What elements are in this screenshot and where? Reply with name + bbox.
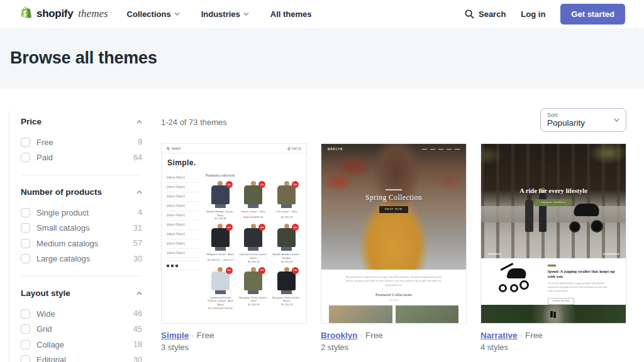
theme-link-narrative[interactable]: Narrative <box>480 331 518 340</box>
shopify-themes-logo[interactable]: shopifythemes <box>19 6 108 21</box>
nav-item[interactable]: All themes <box>270 9 312 19</box>
sidebar-divider <box>21 276 142 277</box>
filter-option[interactable]: Editorial 30 <box>21 353 142 362</box>
main-nav: Collections Industries All themes <box>127 9 312 19</box>
sale-badge: Sale <box>292 224 299 231</box>
brand-suffix: themes <box>78 8 108 20</box>
theme-styles-count: 4 styles <box>480 343 626 352</box>
filter-option[interactable]: Grid 45 <box>21 322 142 337</box>
mini-store-logo: Simple. <box>162 153 306 170</box>
sale-badge: Sale <box>258 181 265 188</box>
theme-link-simple[interactable]: Simple <box>161 331 189 340</box>
theme-thumbnail-narrative[interactable]: A ride for every lifestyle explore strol… <box>480 143 626 324</box>
theme-card-brooklyn: BRKLYN Spring Collection SHOP NOW Our pr… <box>321 143 467 352</box>
checkbox[interactable] <box>21 324 30 334</box>
mini-product: Sale Compound Denim Pullover Jacket - Ac… <box>206 266 235 310</box>
page-title: Browse all themes <box>10 48 157 68</box>
checkbox[interactable] <box>21 138 30 147</box>
chevron-down-icon <box>174 12 180 16</box>
filter-count: 9 <box>138 138 142 146</box>
nav-item[interactable]: Industries <box>201 9 249 19</box>
filter-count: 18 <box>133 340 142 349</box>
mini-menu-item: [object Object] <box>167 221 199 230</box>
search-icon <box>167 147 170 150</box>
search-button[interactable]: Search <box>465 9 506 19</box>
filter-option[interactable]: Free 9 <box>21 134 142 150</box>
header-actions: Search Log in Get started <box>465 4 625 25</box>
filter-group-header-products[interactable]: Number of products <box>21 181 142 205</box>
filter-group-header-layout[interactable]: Layout style <box>21 282 142 306</box>
sale-badge: Sale <box>292 267 299 274</box>
chevron-down-icon <box>243 12 249 16</box>
checkbox[interactable] <box>21 309 30 319</box>
shopify-bag-icon <box>19 6 33 21</box>
mini-product: Sale Storm Jacket - Olive $545.95$895.95 <box>239 180 269 220</box>
mini-footer-photo <box>481 305 626 323</box>
mini-accent-rule <box>548 265 556 266</box>
mini-feature-section: Speed: A jogging stroller that keeps up … <box>481 258 626 305</box>
mini-menu-item: [object Object] <box>167 202 199 211</box>
theme-thumbnail-simple[interactable]: Search Cart (1) Simple. <box>161 143 307 324</box>
mini-stroller <box>568 204 604 225</box>
filter-count: 57 <box>133 239 142 248</box>
checkbox[interactable] <box>21 223 30 233</box>
theme-card-narrative: A ride for every lifestyle explore strol… <box>480 143 626 352</box>
chevron-up-icon <box>136 190 142 194</box>
filter-option[interactable]: Paid 64 <box>21 150 142 166</box>
filter-count: 64 <box>133 153 142 162</box>
results-toolbar: 1-24 of 73 themes Sort Popularity <box>161 108 626 143</box>
sale-badge: Sale <box>226 224 233 231</box>
mini-kicker-rule <box>386 189 402 190</box>
cart-icon <box>287 147 291 150</box>
mini-feature-title: Speed: A jogging stroller that keeps up … <box>548 269 619 280</box>
mini-menu-item: [object Object] <box>167 173 199 183</box>
theme-card-simple: Search Cart (1) Simple. <box>161 143 307 352</box>
mini-menu-item: [object Object] <box>167 230 199 239</box>
mini-product: Sale Navigator Parka Jacket - Olive $1,2… <box>239 266 269 310</box>
mini-menu-item: [object Object] <box>167 183 199 192</box>
checkbox[interactable] <box>21 208 30 217</box>
sidebar-divider <box>21 175 142 175</box>
filter-option[interactable]: Medium catalogs 57 <box>21 236 142 251</box>
filter-option[interactable]: Single product 4 <box>21 205 142 221</box>
checkbox[interactable] <box>21 254 30 263</box>
mini-product-photo <box>481 258 547 305</box>
mini-photo-tile <box>329 305 392 324</box>
mini-menu-item: [object Object] <box>167 249 199 258</box>
filter-count: 45 <box>133 325 142 334</box>
theme-styles-count: 2 styles <box>321 343 467 352</box>
page-title-band: Browse all themes <box>0 28 644 89</box>
checkbox[interactable] <box>21 355 30 362</box>
sale-badge: Sale <box>226 181 233 188</box>
mini-feature-button: VIEW MORE <box>548 298 575 305</box>
theme-caption: Narrative·Free 4 styles <box>480 331 626 352</box>
mini-hero-photo: BRKLYN Spring Collection SHOP NOW <box>321 144 466 270</box>
filter-count: 31 <box>133 224 142 233</box>
nav-item[interactable]: Collections <box>127 9 180 19</box>
filter-option[interactable]: Collage 18 <box>21 337 142 353</box>
mini-photo-tile <box>396 305 459 324</box>
filter-group-header-price[interactable]: Price <box>21 111 142 134</box>
mini-hero-button: SHOP NOW <box>379 206 408 213</box>
mini-sidebar-menu: [object Object][object Object][object Ob… <box>167 170 199 310</box>
checkbox[interactable] <box>21 153 30 162</box>
mini-hero-photo: A ride for every lifestyle explore strol… <box>481 144 626 258</box>
mini-topbar: Search Cart (1) <box>162 144 306 153</box>
filter-option[interactable]: Small catalogs 31 <box>21 221 142 236</box>
chevron-up-icon <box>136 120 142 124</box>
filter-option[interactable]: Large catalogs 30 <box>21 251 142 267</box>
mini-product: Sale Operator Denim Jacket - Black $1,29… <box>239 223 269 263</box>
search-icon <box>465 9 474 19</box>
mini-product-grid: Sale Stealth Bomber Jacket - Navy $1,295… <box>206 180 301 310</box>
log-in-link[interactable]: Log in <box>521 9 545 19</box>
filter-count: 46 <box>133 309 142 318</box>
get-started-button[interactable]: Get started <box>560 4 625 25</box>
mini-hero-button: explore strollers <box>535 199 572 206</box>
theme-thumbnail-brooklyn[interactable]: BRKLYN Spring Collection SHOP NOW Our pr… <box>321 143 467 324</box>
checkbox[interactable] <box>21 239 30 248</box>
sort-select[interactable]: Sort Popularity <box>540 108 626 132</box>
filter-option[interactable]: Wide 46 <box>21 306 142 322</box>
filter-count: 30 <box>133 255 142 263</box>
checkbox[interactable] <box>21 340 30 349</box>
theme-link-brooklyn[interactable]: Brooklyn <box>321 331 358 340</box>
